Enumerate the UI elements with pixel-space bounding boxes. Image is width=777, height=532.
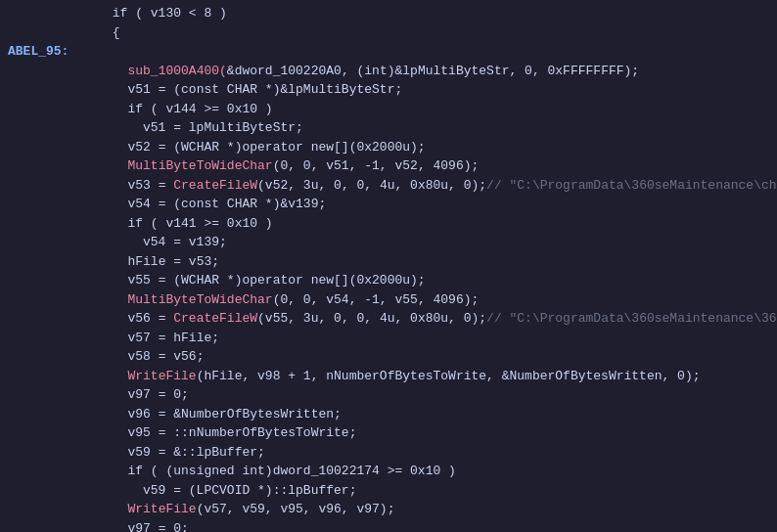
code-line: v53 = CreateFileW(v52, 3u, 0, 0, 4u, 0x8… xyxy=(0,176,777,196)
line-content: v59 = (LPCVOID *)::lpBuffer; xyxy=(67,481,356,501)
indent xyxy=(67,445,127,460)
code-line: v58 = v56; xyxy=(0,347,777,367)
indent xyxy=(67,6,113,21)
indent xyxy=(67,25,113,40)
code-token: { xyxy=(113,25,120,40)
code-line: if ( v130 < 8 ) xyxy=(0,4,777,23)
code-line: WriteFile(v57, v59, v95, v96, v97); xyxy=(0,500,777,519)
code-token: v97 = 0; xyxy=(127,387,188,402)
line-content: WriteFile(hFile, v98 + 1, nNumberOfBytes… xyxy=(67,367,701,386)
line-indent-spacer xyxy=(8,100,67,119)
line-indent-spacer xyxy=(8,367,67,386)
code-line: v96 = &NumberOfBytesWritten; xyxy=(0,405,777,424)
line-indent-spacer xyxy=(8,443,67,463)
code-token: v54 = (const CHAR *)& xyxy=(127,197,288,211)
line-indent-spacer xyxy=(8,252,67,272)
line-label: ABEL_95: xyxy=(8,42,69,62)
code-line: v97 = 0; xyxy=(0,519,777,533)
code-token: (v52, 3u, 0, 0, 4u, 0x80u, 0); xyxy=(257,178,486,193)
code-token: lpMultiByteStr xyxy=(402,64,509,78)
line-indent-spacer xyxy=(8,271,67,290)
line-content: v56 = CreateFileW(v55, 3u, 0, 0, 4u, 0x8… xyxy=(67,309,777,329)
line-indent-spacer xyxy=(8,4,67,23)
code-line: MultiByteToWideChar(0, 0, v54, -1, v55, … xyxy=(0,290,777,310)
code-token: v59 = &::lpBuffer; xyxy=(127,445,264,460)
line-content: v58 = v56; xyxy=(67,347,204,367)
line-content: v51 = lpMultiByteStr; xyxy=(67,118,303,138)
line-content: v97 = 0; xyxy=(67,385,189,405)
code-token: v59 = (LPCVOID *)::lpBuffer; xyxy=(143,483,356,498)
code-line: v59 = (LPCVOID *)::lpBuffer; xyxy=(0,481,777,501)
code-token: if ( (unsigned int)dword_10022174 >= 0x1… xyxy=(127,464,455,478)
line-indent-spacer xyxy=(8,156,67,176)
code-line: sub_1000A400(&dword_100220A0, (int)&lpMu… xyxy=(0,62,777,81)
code-token: v54 = v139; xyxy=(143,235,227,249)
code-line: if ( (unsigned int)dword_10022174 >= 0x1… xyxy=(0,462,777,481)
code-token: v56 = xyxy=(127,311,173,326)
line-indent-spacer xyxy=(8,500,67,519)
code-token: WriteFile xyxy=(127,369,196,383)
code-token: MultiByteToWideChar xyxy=(127,292,272,307)
code-token: (v55, 3u, 0, 0, 4u, 0x80u, 0); xyxy=(257,311,486,326)
indent xyxy=(67,464,127,478)
code-token: , (int)& xyxy=(342,64,402,78)
code-line: v55 = (WCHAR *)operator new[](0x2000u); xyxy=(0,271,777,290)
indent xyxy=(67,158,127,173)
line-content: v54 = (const CHAR *)&v139; xyxy=(67,195,326,214)
indent xyxy=(67,369,127,383)
code-line: v54 = (const CHAR *)&v139; xyxy=(0,195,777,214)
line-indent-spacer xyxy=(8,214,67,234)
line-content: MultiByteToWideChar(0, 0, v51, -1, v52, … xyxy=(67,156,479,176)
indent xyxy=(67,254,127,269)
code-token: CreateFileW xyxy=(173,178,257,193)
line-indent-spacer xyxy=(8,290,67,310)
code-line: ABEL_95: xyxy=(0,42,777,62)
code-editor: if ( v130 < 8 ) {ABEL_95: sub_1000A400(&… xyxy=(0,0,777,532)
code-token: sub_1000A400( xyxy=(127,64,226,78)
code-line: v52 = (WCHAR *)operator new[](0x2000u); xyxy=(0,138,777,157)
line-indent-spacer xyxy=(8,481,67,501)
code-token: &dword_100220A0 xyxy=(227,64,342,78)
line-indent-spacer xyxy=(8,329,67,348)
line-indent-spacer xyxy=(8,385,67,405)
line-content: if ( (unsigned int)dword_10022174 >= 0x1… xyxy=(67,462,456,481)
indent xyxy=(67,216,127,231)
line-content: v96 = &NumberOfBytesWritten; xyxy=(67,405,342,424)
line-content: v52 = (WCHAR *)operator new[](0x2000u); xyxy=(67,138,426,157)
code-line: v56 = CreateFileW(v55, 3u, 0, 0, 4u, 0x8… xyxy=(0,309,777,329)
code-token: WriteFile xyxy=(127,502,196,516)
code-token: CreateFileW xyxy=(173,311,257,326)
line-indent-spacer xyxy=(8,423,67,443)
indent xyxy=(67,502,127,516)
code-token: MultiByteToWideChar xyxy=(127,158,272,173)
indent xyxy=(67,102,127,116)
line-indent-spacer xyxy=(8,138,67,157)
line-indent-spacer xyxy=(8,80,67,100)
indent xyxy=(67,387,127,402)
line-content: MultiByteToWideChar(0, 0, v54, -1, v55, … xyxy=(67,290,479,310)
indent xyxy=(67,178,127,193)
code-token: v96 = &NumberOfBytesWritten; xyxy=(127,407,341,421)
indent xyxy=(67,235,143,249)
code-line: hFile = v53; xyxy=(0,252,777,272)
indent xyxy=(67,331,127,345)
code-token: if ( v130 < 8 ) xyxy=(113,6,227,21)
code-token: hFile = v53; xyxy=(127,254,219,269)
indent xyxy=(67,197,127,211)
line-content: if ( v141 >= 0x10 ) xyxy=(67,214,273,234)
indent xyxy=(67,349,127,364)
code-line: { xyxy=(0,23,777,43)
line-indent-spacer xyxy=(8,62,67,81)
code-token: v53 = xyxy=(127,178,173,193)
code-token: (0, 0, v51, -1, v52, 4096); xyxy=(273,158,480,173)
line-content: v95 = ::nNumberOfBytesToWrite; xyxy=(67,423,356,443)
indent xyxy=(67,82,127,97)
line-indent-spacer xyxy=(8,462,67,481)
code-line: v97 = 0; xyxy=(0,385,777,405)
line-indent-spacer xyxy=(8,309,67,329)
code-token: v57 = hFile; xyxy=(127,331,219,345)
code-token: if ( v141 >= 0x10 ) xyxy=(127,216,272,231)
code-line: v51 = (const CHAR *)&lpMultiByteStr; xyxy=(0,80,777,100)
code-token: v97 = 0; xyxy=(127,521,188,533)
code-line: if ( v141 >= 0x10 ) xyxy=(0,214,777,234)
